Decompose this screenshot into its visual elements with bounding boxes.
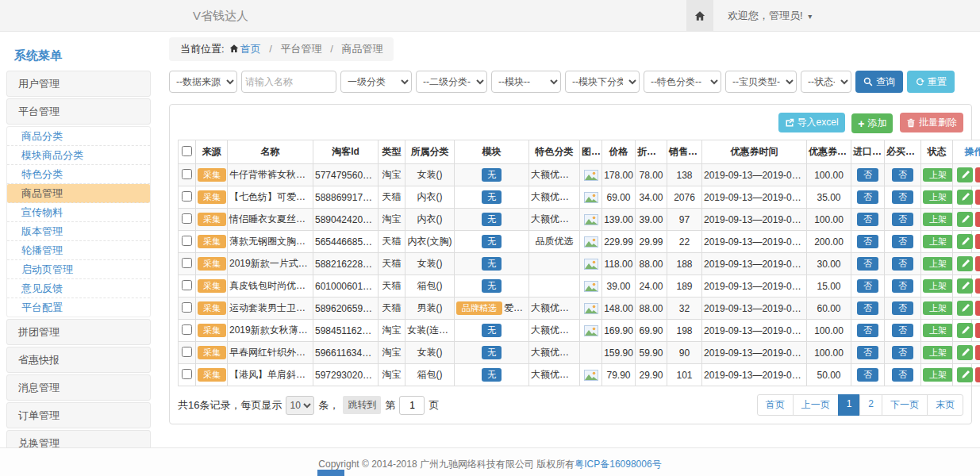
sidebar-group[interactable]: 省惠快报 [6,347,151,373]
filter-select[interactable]: --模块-- [491,71,561,93]
batch-delete-button[interactable]: 批量删除 [900,113,963,132]
sidebar-item[interactable]: 商品分类 [7,127,150,146]
delete-button[interactable] [975,256,980,271]
delete-button[interactable] [975,167,980,182]
sidebar-item[interactable]: 轮播管理 [7,241,150,260]
must-buy-toggle[interactable]: 否 [892,235,913,248]
sidebar-item[interactable]: 启动页管理 [7,260,150,279]
filter-select[interactable]: --特色分类-- [644,71,721,93]
import-select-toggle[interactable]: 否 [857,235,878,248]
status-button[interactable]: 上架 [923,324,953,337]
sidebar-item[interactable]: 特色分类 [7,165,150,184]
edit-button[interactable] [957,167,973,182]
must-buy-toggle[interactable]: 否 [892,324,913,337]
page-button[interactable]: 首页 [757,394,794,416]
status-button[interactable]: 上架 [923,279,953,293]
must-buy-toggle[interactable]: 否 [892,257,913,271]
delete-button[interactable] [975,345,980,360]
row-checkbox[interactable] [182,236,192,246]
delete-button[interactable] [975,212,980,227]
row-checkbox[interactable] [182,213,192,224]
status-button[interactable]: 上架 [923,368,953,382]
edit-button[interactable] [957,345,973,360]
select-all-checkbox[interactable] [182,146,192,156]
row-checkbox[interactable] [182,258,192,268]
page-button[interactable]: 上一页 [793,394,839,416]
edit-button[interactable] [957,301,973,316]
delete-button[interactable] [975,367,980,382]
import-select-toggle[interactable]: 否 [857,301,878,315]
import-select-toggle[interactable]: 否 [857,324,878,337]
row-checkbox[interactable] [182,169,192,179]
page-button[interactable]: 下一页 [882,394,928,416]
status-button[interactable]: 上架 [923,213,953,226]
search-button[interactable]: 查询 [855,71,903,93]
add-button[interactable]: + 添加 [851,113,893,133]
filter-select[interactable]: --宝贝类型-- [725,71,797,93]
edit-button[interactable] [957,323,973,338]
must-buy-toggle[interactable]: 否 [892,168,913,182]
edit-button[interactable] [957,367,973,382]
page-button[interactable]: 末页 [927,394,963,416]
row-checkbox[interactable] [182,280,192,290]
import-select-toggle[interactable]: 否 [857,257,878,271]
row-checkbox[interactable] [182,369,192,379]
sidebar-group[interactable]: 消息管理 [6,374,151,401]
import-select-toggle[interactable]: 否 [857,213,878,226]
sidebar-item[interactable]: 模块商品分类 [7,146,150,165]
edit-button[interactable] [957,212,973,227]
row-checkbox[interactable] [182,302,192,313]
import-excel-button[interactable]: 导入excel [778,113,845,132]
user-menu[interactable]: 欢迎您，管理员! ▾ [728,9,812,23]
import-select-toggle[interactable]: 否 [857,368,878,382]
per-page-select[interactable]: 10 [286,396,314,415]
status-button[interactable]: 上架 [923,168,953,182]
status-button[interactable]: 上架 [923,346,953,359]
edit-button[interactable] [957,278,973,294]
home-button[interactable] [686,0,713,32]
sidebar-item[interactable]: 宣传物料 [7,203,150,222]
delete-button[interactable] [975,323,980,338]
sidebar-item[interactable]: 意见反馈 [7,279,150,298]
reset-button[interactable]: 重置 [907,71,955,93]
import-select-toggle[interactable]: 否 [857,168,878,182]
filter-select[interactable]: --状态-- [801,71,851,93]
must-buy-toggle[interactable]: 否 [892,213,913,226]
delete-button[interactable] [975,301,980,316]
must-buy-toggle[interactable]: 否 [892,279,913,293]
icp-link[interactable]: 粤ICP备16098006号 [575,459,661,470]
row-checkbox[interactable] [182,347,192,357]
filter-select[interactable]: 一级分类 [340,71,412,93]
sidebar-group[interactable]: 拼团管理 [6,319,151,345]
breadcrumb-home-link[interactable]: 首页 [240,43,261,55]
page-button[interactable]: 1 [838,394,861,416]
sidebar-item[interactable]: 商品管理 [7,184,150,203]
must-buy-toggle[interactable]: 否 [892,301,913,315]
name-search-input[interactable] [241,71,336,93]
must-buy-toggle[interactable]: 否 [892,346,913,359]
status-button[interactable]: 上架 [923,257,953,271]
import-select-toggle[interactable]: 否 [857,346,878,359]
edit-button[interactable] [957,234,973,249]
must-buy-toggle[interactable]: 否 [892,190,913,204]
jump-page-input[interactable] [399,396,425,415]
filter-select[interactable]: --数据来源-- [169,71,237,93]
import-select-toggle[interactable]: 否 [857,279,878,293]
sidebar-item[interactable]: 版本管理 [7,222,150,241]
row-checkbox[interactable] [182,324,192,335]
must-buy-toggle[interactable]: 否 [892,368,913,382]
sidebar-item[interactable]: 平台配置 [7,298,150,317]
row-checkbox[interactable] [182,191,192,202]
jump-button[interactable]: 跳转到 [343,396,381,414]
status-button[interactable]: 上架 [923,301,953,315]
sidebar-group[interactable]: 订单管理 [6,402,151,428]
status-button[interactable]: 上架 [923,235,953,248]
filter-select[interactable]: --模块下分类-- [565,71,640,93]
page-button[interactable]: 2 [859,394,882,416]
edit-button[interactable] [957,190,973,205]
sidebar-group[interactable]: 用户管理 [6,71,151,97]
filter-select[interactable]: --二级分类-- [416,71,487,93]
edit-button[interactable] [957,256,973,271]
delete-button[interactable] [975,190,980,205]
import-select-toggle[interactable]: 否 [857,190,878,204]
